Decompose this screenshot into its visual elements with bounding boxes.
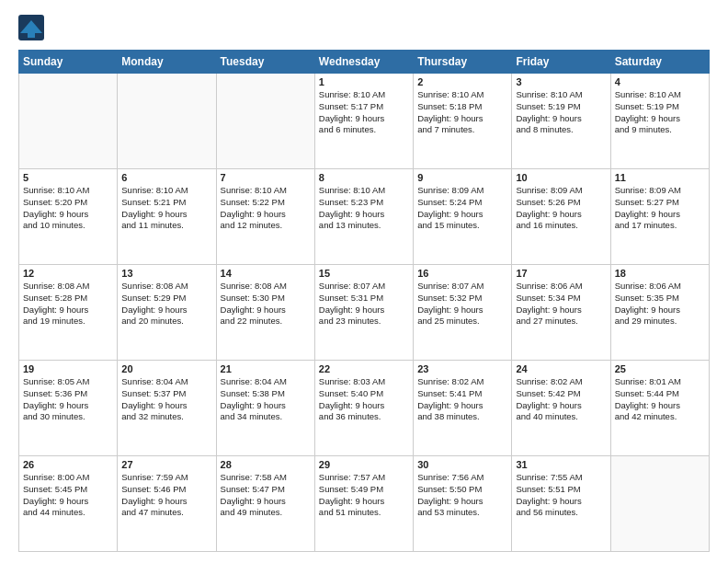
cell-info: Sunrise: 8:02 AM Sunset: 5:41 PM Dayligh…	[417, 376, 507, 423]
cell-info: Sunrise: 7:55 AM Sunset: 5:51 PM Dayligh…	[516, 472, 606, 519]
day-number: 18	[615, 268, 705, 279]
day-number: 12	[23, 268, 113, 279]
calendar-cell: 31Sunrise: 7:55 AM Sunset: 5:51 PM Dayli…	[512, 456, 610, 552]
cell-info: Sunrise: 8:04 AM Sunset: 5:38 PM Dayligh…	[221, 376, 311, 423]
cell-info: Sunrise: 7:57 AM Sunset: 5:49 PM Dayligh…	[319, 472, 409, 519]
calendar-cell: 27Sunrise: 7:59 AM Sunset: 5:46 PM Dayli…	[118, 456, 216, 552]
cell-info: Sunrise: 8:10 AM Sunset: 5:17 PM Dayligh…	[319, 89, 409, 136]
cell-info: Sunrise: 8:02 AM Sunset: 5:42 PM Dayligh…	[516, 376, 606, 423]
week-row-4: 19Sunrise: 8:05 AM Sunset: 5:36 PM Dayli…	[19, 361, 710, 456]
day-number: 22	[319, 363, 409, 374]
calendar-cell: 20Sunrise: 8:04 AM Sunset: 5:37 PM Dayli…	[118, 361, 216, 456]
day-number: 29	[319, 459, 409, 470]
logo	[18, 15, 48, 40]
calendar-cell: 9Sunrise: 8:09 AM Sunset: 5:24 PM Daylig…	[414, 169, 512, 265]
calendar-cell: 17Sunrise: 8:06 AM Sunset: 5:34 PM Dayli…	[512, 265, 610, 361]
week-row-1: 1Sunrise: 8:10 AM Sunset: 5:17 PM Daylig…	[19, 74, 710, 169]
calendar-cell: 21Sunrise: 8:04 AM Sunset: 5:38 PM Dayli…	[216, 361, 314, 456]
weekday-header-thursday: Thursday	[414, 51, 512, 74]
calendar-cell: 8Sunrise: 8:10 AM Sunset: 5:23 PM Daylig…	[314, 169, 413, 265]
cell-info: Sunrise: 7:59 AM Sunset: 5:46 PM Dayligh…	[121, 472, 211, 519]
calendar-cell: 23Sunrise: 8:02 AM Sunset: 5:41 PM Dayli…	[414, 361, 512, 456]
day-number: 7	[221, 172, 311, 183]
cell-info: Sunrise: 8:03 AM Sunset: 5:40 PM Dayligh…	[319, 376, 409, 423]
weekday-header-saturday: Saturday	[610, 51, 709, 74]
cell-info: Sunrise: 8:10 AM Sunset: 5:19 PM Dayligh…	[615, 89, 705, 136]
day-number: 26	[23, 459, 113, 470]
cell-info: Sunrise: 8:09 AM Sunset: 5:27 PM Dayligh…	[615, 185, 705, 232]
calendar-cell: 2Sunrise: 8:10 AM Sunset: 5:18 PM Daylig…	[414, 74, 512, 169]
cell-info: Sunrise: 8:09 AM Sunset: 5:24 PM Dayligh…	[417, 185, 507, 232]
calendar-cell: 11Sunrise: 8:09 AM Sunset: 5:27 PM Dayli…	[610, 169, 709, 265]
cell-info: Sunrise: 8:09 AM Sunset: 5:26 PM Dayligh…	[516, 185, 606, 232]
calendar-cell: 19Sunrise: 8:05 AM Sunset: 5:36 PM Dayli…	[19, 361, 118, 456]
day-number: 3	[516, 76, 606, 87]
calendar-cell: 26Sunrise: 8:00 AM Sunset: 5:45 PM Dayli…	[19, 456, 118, 552]
page: SundayMondayTuesdayWednesdayThursdayFrid…	[0, 0, 728, 563]
day-number: 1	[319, 76, 409, 87]
day-number: 23	[417, 363, 507, 374]
day-number: 28	[221, 459, 311, 470]
logo-icon	[18, 15, 44, 40]
calendar-cell	[118, 74, 216, 169]
calendar-cell: 30Sunrise: 7:56 AM Sunset: 5:50 PM Dayli…	[414, 456, 512, 552]
cell-info: Sunrise: 7:58 AM Sunset: 5:47 PM Dayligh…	[221, 472, 311, 519]
calendar-cell: 15Sunrise: 8:07 AM Sunset: 5:31 PM Dayli…	[314, 265, 413, 361]
day-number: 16	[417, 268, 507, 279]
cell-info: Sunrise: 8:10 AM Sunset: 5:19 PM Dayligh…	[516, 89, 606, 136]
weekday-header-tuesday: Tuesday	[216, 51, 314, 74]
day-number: 19	[23, 363, 113, 374]
calendar-cell: 14Sunrise: 8:08 AM Sunset: 5:30 PM Dayli…	[216, 265, 314, 361]
day-number: 10	[516, 172, 606, 183]
calendar-cell	[610, 456, 709, 552]
day-number: 31	[516, 459, 606, 470]
calendar-cell: 29Sunrise: 7:57 AM Sunset: 5:49 PM Dayli…	[314, 456, 413, 552]
calendar-cell: 16Sunrise: 8:07 AM Sunset: 5:32 PM Dayli…	[414, 265, 512, 361]
svg-rect-2	[28, 33, 35, 38]
weekday-header-wednesday: Wednesday	[314, 51, 413, 74]
cell-info: Sunrise: 8:10 AM Sunset: 5:23 PM Dayligh…	[319, 185, 409, 232]
day-number: 17	[516, 268, 606, 279]
day-number: 8	[319, 172, 409, 183]
cell-info: Sunrise: 8:10 AM Sunset: 5:21 PM Dayligh…	[121, 185, 211, 232]
cell-info: Sunrise: 7:56 AM Sunset: 5:50 PM Dayligh…	[417, 472, 507, 519]
day-number: 13	[121, 268, 211, 279]
cell-info: Sunrise: 8:07 AM Sunset: 5:32 PM Dayligh…	[417, 281, 507, 327]
calendar-cell: 18Sunrise: 8:06 AM Sunset: 5:35 PM Dayli…	[610, 265, 709, 361]
calendar-cell: 7Sunrise: 8:10 AM Sunset: 5:22 PM Daylig…	[216, 169, 314, 265]
calendar-cell: 4Sunrise: 8:10 AM Sunset: 5:19 PM Daylig…	[610, 74, 709, 169]
cell-info: Sunrise: 8:04 AM Sunset: 5:37 PM Dayligh…	[121, 376, 211, 423]
day-number: 20	[121, 363, 211, 374]
week-row-3: 12Sunrise: 8:08 AM Sunset: 5:28 PM Dayli…	[19, 265, 710, 361]
cell-info: Sunrise: 8:08 AM Sunset: 5:30 PM Dayligh…	[221, 281, 311, 327]
calendar-cell: 5Sunrise: 8:10 AM Sunset: 5:20 PM Daylig…	[19, 169, 118, 265]
cell-info: Sunrise: 8:10 AM Sunset: 5:22 PM Dayligh…	[221, 185, 311, 232]
day-number: 6	[121, 172, 211, 183]
calendar-cell: 24Sunrise: 8:02 AM Sunset: 5:42 PM Dayli…	[512, 361, 610, 456]
week-row-2: 5Sunrise: 8:10 AM Sunset: 5:20 PM Daylig…	[19, 169, 710, 265]
day-number: 24	[516, 363, 606, 374]
day-number: 30	[417, 459, 507, 470]
calendar-cell	[19, 74, 118, 169]
calendar-cell: 22Sunrise: 8:03 AM Sunset: 5:40 PM Dayli…	[314, 361, 413, 456]
calendar-cell: 13Sunrise: 8:08 AM Sunset: 5:29 PM Dayli…	[118, 265, 216, 361]
day-number: 11	[615, 172, 705, 183]
weekday-header-monday: Monday	[118, 51, 216, 74]
day-number: 9	[417, 172, 507, 183]
cell-info: Sunrise: 8:00 AM Sunset: 5:45 PM Dayligh…	[23, 472, 113, 519]
calendar-cell: 28Sunrise: 7:58 AM Sunset: 5:47 PM Dayli…	[216, 456, 314, 552]
calendar-cell: 25Sunrise: 8:01 AM Sunset: 5:44 PM Dayli…	[610, 361, 709, 456]
calendar-cell: 6Sunrise: 8:10 AM Sunset: 5:21 PM Daylig…	[118, 169, 216, 265]
day-number: 27	[121, 459, 211, 470]
cell-info: Sunrise: 8:06 AM Sunset: 5:34 PM Dayligh…	[516, 281, 606, 327]
calendar-cell: 10Sunrise: 8:09 AM Sunset: 5:26 PM Dayli…	[512, 169, 610, 265]
day-number: 21	[221, 363, 311, 374]
day-number: 15	[319, 268, 409, 279]
calendar-cell	[216, 74, 314, 169]
day-number: 5	[23, 172, 113, 183]
calendar-cell: 1Sunrise: 8:10 AM Sunset: 5:17 PM Daylig…	[314, 74, 413, 169]
cell-info: Sunrise: 8:10 AM Sunset: 5:20 PM Dayligh…	[23, 185, 113, 232]
cell-info: Sunrise: 8:07 AM Sunset: 5:31 PM Dayligh…	[319, 281, 409, 327]
cell-info: Sunrise: 8:10 AM Sunset: 5:18 PM Dayligh…	[417, 89, 507, 136]
calendar-cell: 12Sunrise: 8:08 AM Sunset: 5:28 PM Dayli…	[19, 265, 118, 361]
